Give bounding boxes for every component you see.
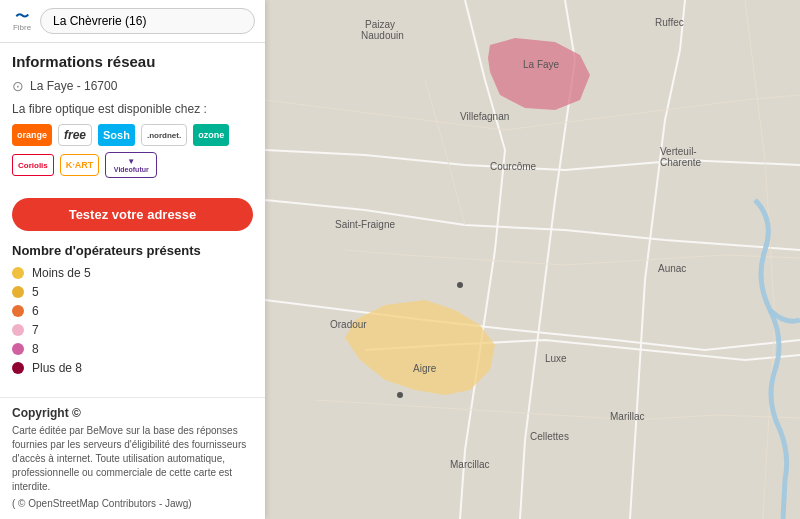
search-bar: 〜 Fibre <box>0 0 265 43</box>
town-verteuil: Verteuil- <box>660 146 697 157</box>
test-address-button[interactable]: Testez votre adresse <box>12 198 253 231</box>
town-villefagnan: Villefagnan <box>460 111 509 122</box>
sidebar: 〜 Fibre Informations réseau ⊙ La Faye - … <box>0 0 265 519</box>
town-courcome: Courcôme <box>490 161 537 172</box>
map-area[interactable]: Paizay Naudouin Ruffec Villefagnan La Fa… <box>265 0 800 519</box>
operators-logos-row1: orange free Sosh .nordnet. ozone <box>12 124 253 146</box>
legend-label-5: 5 <box>32 285 39 299</box>
location-row: ⊙ La Faye - 16700 <box>12 78 253 94</box>
available-text: La fibre optique est disponible chez : <box>12 102 253 116</box>
copyright-text: Carte éditée par BeMove sur la base des … <box>12 424 253 494</box>
legend-label-6: 6 <box>32 304 39 318</box>
town-ruffec: Ruffec <box>655 17 684 28</box>
copyright-section: Copyright © Carte éditée par BeMove sur … <box>0 397 265 519</box>
location-icon: ⊙ <box>12 78 24 94</box>
legend-label-plus8: Plus de 8 <box>32 361 82 375</box>
town-aunac: Aunac <box>658 263 686 274</box>
logo-nordnet: .nordnet. <box>141 124 187 146</box>
fibre-logo: 〜 Fibre <box>10 9 34 33</box>
map-dot-2 <box>397 392 403 398</box>
legend-label-7: 7 <box>32 323 39 337</box>
legend-dot-8 <box>12 343 24 355</box>
legend-dot-7 <box>12 324 24 336</box>
search-input[interactable] <box>40 8 255 34</box>
legend-label-less5: Moins de 5 <box>32 266 91 280</box>
town-paizay: Paizay <box>365 19 395 30</box>
copyright-title: Copyright © <box>12 406 253 420</box>
town-cellettes: Cellettes <box>530 431 569 442</box>
town-paizay2: Naudouin <box>361 30 404 41</box>
legend-item-5: 5 <box>12 285 253 299</box>
copyright-osm: ( © OpenStreetMap Contributors - Jawg) <box>12 497 253 511</box>
legend-item-7: 7 <box>12 323 253 337</box>
legend-dot-5 <box>12 286 24 298</box>
map-svg: Paizay Naudouin Ruffec Villefagnan La Fa… <box>265 0 800 519</box>
town-saint-fraigne: Saint-Fraigne <box>335 219 395 230</box>
logo-coriolis: Coriolis <box>12 154 54 176</box>
logo-free: free <box>58 124 92 146</box>
legend-dot-plus8 <box>12 362 24 374</box>
logo-orange: orange <box>12 124 52 146</box>
info-section: Informations réseau ⊙ La Faye - 16700 La… <box>0 43 265 190</box>
legend-item-8: 8 <box>12 342 253 356</box>
logo-videofutur: ▼ Videofutur <box>105 152 157 178</box>
legend-dot-less5 <box>12 267 24 279</box>
legend-item-6: 6 <box>12 304 253 318</box>
fibre-label: Fibre <box>10 24 34 33</box>
town-lafaye: La Faye <box>523 59 560 70</box>
logo-ozone: ozone <box>193 124 229 146</box>
logo-sosh: Sosh <box>98 124 135 146</box>
location-label: La Faye - 16700 <box>30 79 117 93</box>
town-luxe: Luxe <box>545 353 567 364</box>
legend-item-less5: Moins de 5 <box>12 266 253 280</box>
logo-kart: K·ART <box>60 154 100 176</box>
legend-label-8: 8 <box>32 342 39 356</box>
operators-logos-row2: Coriolis K·ART ▼ Videofutur <box>12 152 253 178</box>
legend-item-plus8: Plus de 8 <box>12 361 253 375</box>
town-marcillac: Marcillac <box>450 459 489 470</box>
town-oradour: Oradour <box>330 319 367 330</box>
town-aigre: Aigre <box>413 363 437 374</box>
map-dot-1 <box>457 282 463 288</box>
town-verteuil2: Charente <box>660 157 702 168</box>
operators-count-title: Nombre d'opérateurs présents <box>12 243 253 258</box>
town-marillac: Marillac <box>610 411 644 422</box>
legend-dot-6 <box>12 305 24 317</box>
operators-section: Nombre d'opérateurs présents Moins de 5 … <box>0 239 265 386</box>
info-title: Informations réseau <box>12 53 253 70</box>
